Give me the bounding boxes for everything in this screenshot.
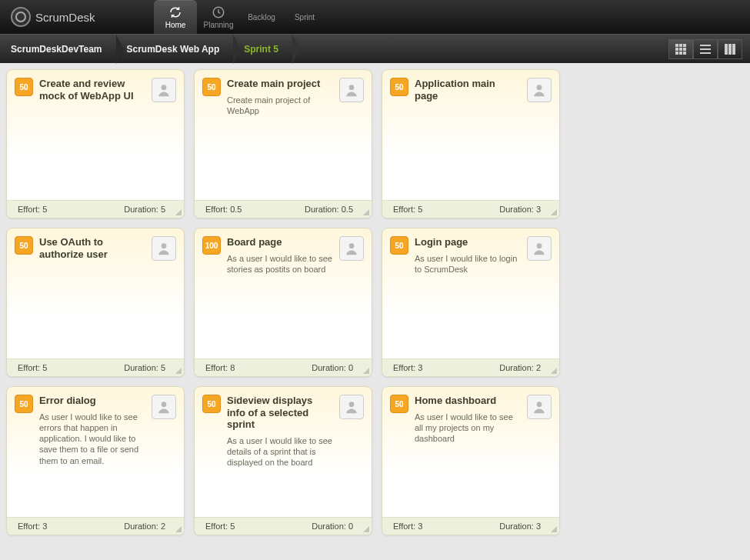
resize-handle-icon[interactable] <box>549 525 557 532</box>
effort-label: Effort: 8 <box>205 363 235 372</box>
card-description: As user I would like to see all my proje… <box>415 412 521 445</box>
story-card[interactable]: 50Create main projectCreate main project… <box>194 69 372 218</box>
nav-tab-home[interactable]: Home <box>154 0 197 34</box>
app-title: ScrumDesk <box>35 11 95 24</box>
effort-label: Effort: 3 <box>393 363 422 372</box>
effort-label: Effort: 0.5 <box>205 205 242 214</box>
card-footer: Effort: 8Duration: 0 <box>195 358 372 376</box>
story-card[interactable]: 50Login pageAs user I would like to logi… <box>382 228 560 377</box>
top-navbar: ScrumDesk Home Planning Backlog Sprint <box>0 0 750 34</box>
card-footer: Effort: 5Duration: 5 <box>7 358 184 376</box>
nav-tab-sprint[interactable]: Sprint <box>283 0 326 34</box>
card-title: Error dialog <box>39 395 145 407</box>
story-card[interactable]: 50Home dashboardAs user I would like to … <box>382 386 560 535</box>
svg-point-22 <box>162 402 167 407</box>
duration-label: Duration: 2 <box>124 522 165 531</box>
card-title: Login page <box>415 236 521 248</box>
resize-handle-icon[interactable] <box>174 525 182 532</box>
svg-point-21 <box>537 243 542 248</box>
duration-label: Duration: 0.5 <box>305 205 353 214</box>
card-description: Create main project of WebApp <box>227 95 333 117</box>
svg-rect-9 <box>683 52 686 55</box>
assignee-avatar[interactable] <box>152 236 176 261</box>
breadcrumb-project[interactable]: ScrumDesk Web App <box>116 35 234 64</box>
priority-badge: 50 <box>390 395 408 413</box>
card-title: Application main page <box>415 78 521 102</box>
card-footer: Effort: 3Duration: 3 <box>382 517 559 535</box>
view-toggle-group <box>668 39 750 59</box>
effort-label: Effort: 5 <box>393 205 422 214</box>
nav-tab-backlog[interactable]: Backlog <box>240 0 283 34</box>
duration-label: Duration: 5 <box>124 363 165 372</box>
resize-handle-icon[interactable] <box>549 208 557 215</box>
breadcrumb-sprint[interactable]: Sprint 5 <box>233 35 292 64</box>
grid-icon <box>675 44 686 55</box>
card-footer: Effort: 0.5Duration: 0.5 <box>195 200 372 218</box>
card-title: Sideview displays info of a selected spr… <box>227 395 333 431</box>
svg-point-20 <box>349 243 355 248</box>
svg-rect-2 <box>679 44 682 47</box>
svg-point-17 <box>349 85 355 90</box>
card-footer: Effort: 5Duration: 5 <box>7 200 184 218</box>
list-icon <box>700 44 711 55</box>
assignee-avatar[interactable] <box>152 395 176 419</box>
svg-rect-7 <box>675 52 678 55</box>
svg-rect-11 <box>700 48 711 50</box>
logo-area: ScrumDesk <box>0 7 154 27</box>
svg-point-24 <box>537 402 542 407</box>
nav-tab-planning[interactable]: Planning <box>197 0 240 34</box>
svg-rect-14 <box>728 44 732 55</box>
resize-handle-icon[interactable] <box>362 208 369 215</box>
duration-label: Duration: 3 <box>499 205 541 214</box>
card-footer: Effort: 3Duration: 2 <box>7 517 184 535</box>
assignee-avatar[interactable] <box>339 395 364 419</box>
resize-handle-icon[interactable] <box>362 525 369 532</box>
duration-label: Duration: 2 <box>499 363 541 372</box>
view-list-button[interactable] <box>693 39 718 59</box>
card-footer: Effort: 5Duration: 0 <box>195 517 372 535</box>
svg-rect-4 <box>675 48 678 51</box>
story-card[interactable]: 50Sideview displays info of a selected s… <box>194 386 372 535</box>
duration-label: Duration: 5 <box>124 205 165 214</box>
effort-label: Effort: 5 <box>18 363 47 372</box>
assignee-avatar[interactable] <box>339 78 364 102</box>
story-card[interactable]: 50Create and review mock of WebApp UIEff… <box>6 69 185 218</box>
assignee-avatar[interactable] <box>527 395 552 419</box>
assignee-avatar[interactable] <box>527 236 552 261</box>
duration-label: Duration: 0 <box>312 522 353 531</box>
assignee-avatar[interactable] <box>339 236 364 261</box>
app-logo-icon <box>11 7 31 27</box>
view-columns-button[interactable] <box>718 39 742 59</box>
story-card[interactable]: 50Application main pageEffort: 5Duration… <box>382 69 560 218</box>
assignee-avatar[interactable] <box>527 78 552 102</box>
resize-handle-icon[interactable] <box>174 366 182 374</box>
priority-badge: 50 <box>202 395 221 413</box>
view-grid-button[interactable] <box>668 39 693 59</box>
assignee-avatar[interactable] <box>152 78 176 102</box>
breadcrumb-bar: ScrumDeskDevTeam ScrumDesk Web App Sprin… <box>0 34 750 63</box>
nav-tabs: Home Planning Backlog Sprint <box>154 0 326 34</box>
card-description: As user I would like to see errors that … <box>39 412 145 466</box>
duration-label: Duration: 3 <box>499 522 541 531</box>
card-description: As a user I would like to see details of… <box>227 435 333 468</box>
columns-icon <box>725 44 735 55</box>
resize-handle-icon[interactable] <box>174 208 182 215</box>
breadcrumb-team[interactable]: ScrumDeskDevTeam <box>0 35 116 64</box>
priority-badge: 50 <box>15 395 33 413</box>
svg-rect-12 <box>700 52 711 54</box>
refresh-icon <box>168 5 182 19</box>
story-card[interactable]: 50Error dialogAs user I would like to se… <box>6 386 185 535</box>
card-title: Create main project <box>227 78 333 90</box>
svg-rect-13 <box>725 44 728 55</box>
story-card[interactable]: 50Use OAuth to authorize userEffort: 5Du… <box>6 228 185 377</box>
svg-rect-15 <box>732 44 735 55</box>
clock-icon <box>212 5 225 19</box>
story-card[interactable]: 100Board pageAs a user I would like to s… <box>194 228 372 377</box>
resize-handle-icon[interactable] <box>549 366 557 374</box>
card-title: Board page <box>227 236 333 248</box>
effort-label: Effort: 5 <box>205 522 235 531</box>
svg-rect-6 <box>683 48 686 51</box>
effort-label: Effort: 3 <box>18 522 47 531</box>
priority-badge: 50 <box>390 78 408 96</box>
resize-handle-icon[interactable] <box>362 366 369 374</box>
